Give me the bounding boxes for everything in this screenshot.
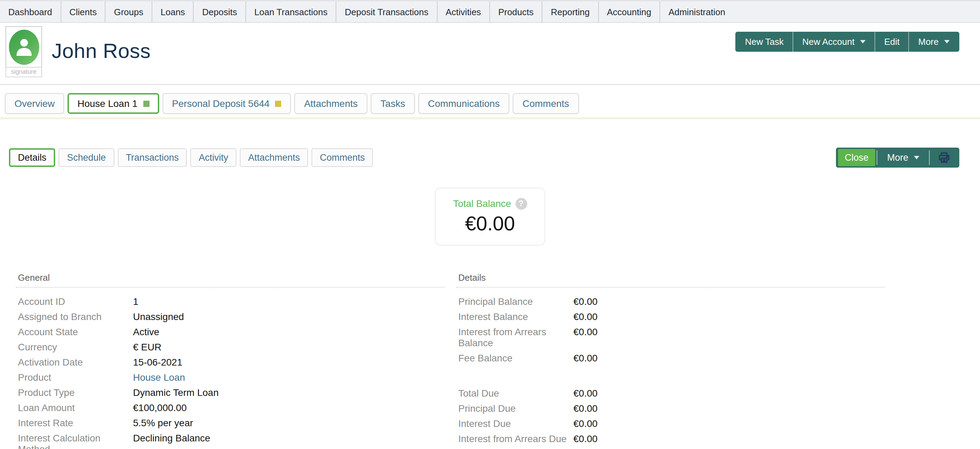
nav-groups[interactable]: Groups: [106, 2, 152, 22]
signature-label[interactable]: signature: [5, 67, 42, 77]
field-value[interactable]: House Loan: [133, 372, 185, 383]
field-label: Currency: [16, 342, 133, 353]
field-value: € EUR: [133, 342, 161, 353]
subtab-label: Schedule: [67, 152, 106, 163]
nav-deposits[interactable]: Deposits: [194, 2, 246, 22]
nav-loan-transactions[interactable]: Loan Transactions: [246, 2, 336, 22]
field-label: Principal Due: [456, 403, 573, 414]
field-label: Product Type: [16, 388, 133, 398]
tab-comments[interactable]: Comments: [513, 93, 579, 114]
loan-more-button[interactable]: More: [878, 148, 928, 168]
print-button[interactable]: [931, 148, 958, 168]
field-value: 1: [133, 297, 138, 307]
subtab-label: Activity: [199, 152, 229, 163]
action-label: New Task: [745, 37, 784, 47]
field-label: Fee Balance: [456, 353, 573, 363]
field-value: 15-06-2021: [133, 357, 182, 368]
help-icon[interactable]: ?: [515, 198, 527, 209]
nav-activities[interactable]: Activities: [437, 2, 490, 22]
subtab-attachments[interactable]: Attachments: [240, 148, 308, 167]
detail-row: Activation Date 15-06-2021: [16, 357, 444, 368]
detail-row: Principal Balance €0.00: [456, 297, 885, 307]
detail-row: Interest Balance €0.00: [456, 312, 885, 323]
close-button[interactable]: Close: [838, 149, 875, 166]
person-avatar-icon: [9, 29, 39, 64]
nav-reporting[interactable]: Reporting: [543, 2, 599, 22]
nav-loans[interactable]: Loans: [152, 2, 194, 22]
subtab-label: Comments: [320, 152, 365, 163]
field-label: Total Due: [456, 388, 573, 399]
field-value: Active: [133, 327, 159, 338]
detail-row: Account State Active: [16, 327, 444, 338]
field-value: Unassigned: [133, 312, 184, 323]
tab-communications[interactable]: Communications: [418, 93, 510, 114]
subtab-schedule[interactable]: Schedule: [59, 148, 115, 167]
person-icon: [15, 37, 33, 57]
edit-button[interactable]: Edit: [875, 32, 909, 52]
subtab-transactions[interactable]: Transactions: [118, 148, 187, 167]
divider: [877, 150, 877, 165]
subtab-label: Details: [18, 152, 46, 163]
field-value: €0.00: [573, 403, 598, 414]
chevron-down-icon: [914, 156, 920, 159]
tab-tasks[interactable]: Tasks: [371, 93, 415, 114]
field-label: Interest Calculation Method: [16, 433, 133, 449]
tab-label: Attachments: [304, 98, 358, 109]
subtab-comments[interactable]: Comments: [312, 148, 373, 167]
new-account-button[interactable]: New Account: [792, 32, 875, 52]
field-value: €0.00: [573, 433, 598, 444]
detail-row: Product House Loan: [16, 372, 444, 383]
subtab-details[interactable]: Details: [9, 148, 56, 167]
field-label: Product: [16, 372, 133, 383]
tab-label: Tasks: [380, 98, 405, 109]
field-label: Interest from Arrears Due: [456, 433, 573, 444]
nav-deposit-transactions[interactable]: Deposit Transactions: [336, 2, 437, 22]
tab-personal-deposit-5644[interactable]: Personal Deposit 5644: [162, 93, 291, 114]
more-button[interactable]: More: [909, 32, 959, 52]
detail-row: Assigned to Branch Unassigned: [16, 312, 444, 323]
detail-row: Fee Balance €0.00: [456, 353, 885, 363]
tab-overview[interactable]: Overview: [5, 93, 64, 114]
field-value: €0.00: [573, 388, 598, 399]
action-label: More: [918, 37, 939, 47]
field-value: €0.00: [573, 353, 598, 363]
account-status-indicator: [275, 101, 281, 107]
details-section: Details Principal Balance €0.00 Interest…: [456, 272, 885, 449]
subtab-activity[interactable]: Activity: [191, 148, 237, 167]
nav-dashboard[interactable]: Dashboard: [0, 2, 61, 22]
tab-label: Comments: [522, 98, 569, 109]
client-tab-bar: Overview House Loan 1 Personal Deposit 5…: [5, 93, 980, 114]
nav-products[interactable]: Products: [490, 2, 543, 22]
total-balance-card: Total Balance ? €0.00: [435, 188, 545, 246]
field-label: Principal Balance: [456, 297, 573, 307]
field-value: €0.00: [573, 418, 598, 429]
subtab-label: Transactions: [126, 152, 179, 163]
nav-accounting[interactable]: Accounting: [598, 2, 660, 22]
field-label: Assigned to Branch: [16, 312, 133, 323]
client-avatar-block[interactable]: signature: [5, 26, 42, 77]
detail-row: Total Due €0.00: [456, 388, 885, 399]
nav-clients[interactable]: Clients: [61, 2, 106, 22]
tab-label: Personal Deposit 5644: [172, 98, 269, 109]
field-label: Account ID: [16, 297, 133, 307]
tab-attachments[interactable]: Attachments: [294, 93, 368, 114]
header-action-group: New Task New Account Edit More: [735, 32, 959, 52]
detail-row: Interest Due €0.00: [456, 418, 885, 429]
detail-row: Interest Rate 5.5% per year: [16, 418, 444, 429]
tab-label: Overview: [14, 98, 55, 109]
detail-row: Interest from Arrears Balance €0.00: [456, 327, 885, 348]
rows-gap: [456, 368, 885, 379]
total-balance-value: €0.00: [436, 213, 544, 235]
tab-house-loan-1[interactable]: House Loan 1: [68, 93, 159, 114]
tab-label: Communications: [428, 98, 500, 109]
field-label: Interest Rate: [16, 418, 133, 429]
new-task-button[interactable]: New Task: [736, 32, 792, 52]
loan-account-page: Dashboard Clients Groups Loans Deposits …: [0, 0, 980, 449]
nav-administration[interactable]: Administration: [660, 2, 733, 22]
loan-toolbar: Details Schedule Transactions Activity A…: [9, 148, 959, 168]
field-value: €0.00: [573, 312, 598, 323]
field-label: Activation Date: [16, 357, 133, 368]
general-section-title: General: [16, 272, 444, 288]
field-label: Account State: [16, 327, 133, 338]
tab-bar-divider: [0, 117, 980, 119]
